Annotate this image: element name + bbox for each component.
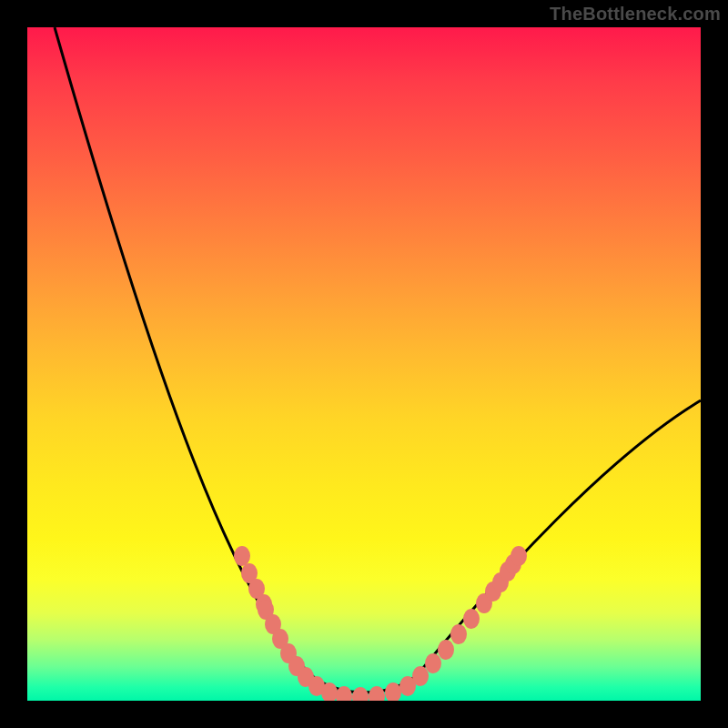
marker-dot	[234, 546, 250, 566]
marker-dot	[412, 666, 429, 686]
marker-dot	[438, 640, 454, 660]
watermark-text: TheBottleneck.com	[550, 4, 721, 25]
chart-frame	[27, 27, 701, 701]
marker-group	[234, 546, 527, 701]
marker-dot	[450, 624, 467, 644]
chart-svg	[27, 27, 701, 701]
marker-dot	[425, 653, 441, 673]
bottleneck-curve	[55, 27, 701, 693]
marker-dot	[369, 686, 385, 701]
marker-dot	[511, 546, 527, 566]
marker-dot	[352, 687, 369, 701]
marker-dot	[463, 609, 480, 629]
